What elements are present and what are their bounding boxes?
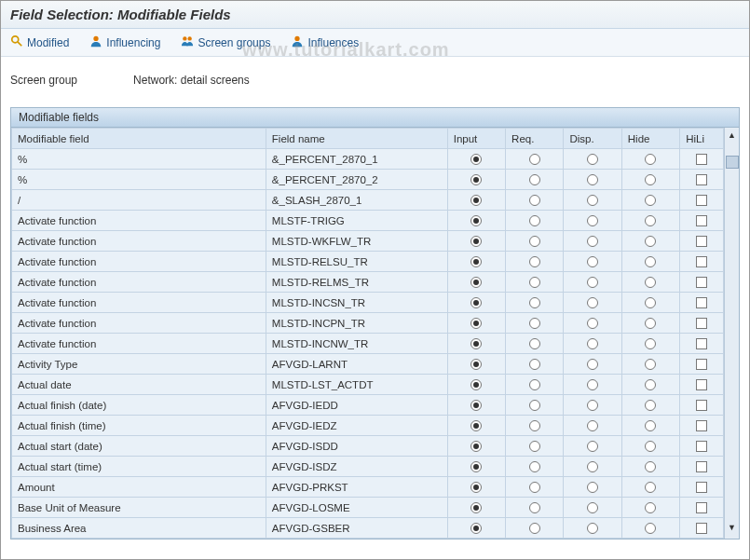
cell-disp[interactable] xyxy=(564,170,621,190)
checkbox-hili[interactable] xyxy=(696,318,707,329)
cell-hili[interactable] xyxy=(680,375,724,395)
cell-disp[interactable] xyxy=(564,518,621,539)
radio-hide[interactable] xyxy=(645,256,656,267)
radio-req[interactable] xyxy=(529,154,540,165)
cell-hili[interactable] xyxy=(680,293,724,313)
cell-hili[interactable] xyxy=(680,170,724,190)
radio-input[interactable] xyxy=(470,359,482,370)
scroll-up-icon[interactable]: ▲ xyxy=(726,130,739,143)
cell-input[interactable] xyxy=(447,436,505,457)
cell-req[interactable] xyxy=(506,518,564,539)
cell-req[interactable] xyxy=(506,252,564,272)
radio-hide[interactable] xyxy=(645,318,656,329)
radio-input[interactable] xyxy=(470,154,482,165)
radio-req[interactable] xyxy=(529,400,540,411)
checkbox-hili[interactable] xyxy=(696,502,707,513)
col-req[interactable]: Req. xyxy=(506,129,564,149)
cell-disp[interactable] xyxy=(564,272,621,293)
radio-input[interactable] xyxy=(470,379,482,390)
cell-hide[interactable] xyxy=(621,170,679,190)
cell-disp[interactable] xyxy=(564,190,621,211)
cell-req[interactable] xyxy=(506,211,564,231)
cell-req[interactable] xyxy=(506,354,564,375)
radio-req[interactable] xyxy=(529,297,540,308)
radio-req[interactable] xyxy=(529,215,540,226)
radio-input[interactable] xyxy=(470,174,482,185)
radio-disp[interactable] xyxy=(587,236,598,247)
radio-input[interactable] xyxy=(470,256,482,267)
modified-button[interactable]: Modified xyxy=(7,33,73,52)
checkbox-hili[interactable] xyxy=(696,379,707,390)
cell-hili[interactable] xyxy=(680,477,724,498)
cell-hide[interactable] xyxy=(621,231,679,252)
checkbox-hili[interactable] xyxy=(696,277,707,288)
cell-hide[interactable] xyxy=(621,313,679,334)
radio-input[interactable] xyxy=(470,215,482,226)
cell-hili[interactable] xyxy=(680,272,724,293)
radio-hide[interactable] xyxy=(645,195,656,206)
cell-req[interactable] xyxy=(506,457,564,477)
cell-input[interactable] xyxy=(447,518,505,539)
radio-hide[interactable] xyxy=(645,154,656,165)
radio-disp[interactable] xyxy=(587,338,598,349)
cell-input[interactable] xyxy=(447,395,505,416)
checkbox-hili[interactable] xyxy=(696,338,707,349)
radio-req[interactable] xyxy=(529,523,540,534)
cell-req[interactable] xyxy=(506,293,564,313)
cell-req[interactable] xyxy=(506,436,564,457)
checkbox-hili[interactable] xyxy=(696,420,707,431)
radio-input[interactable] xyxy=(470,420,482,431)
radio-disp[interactable] xyxy=(587,400,598,411)
checkbox-hili[interactable] xyxy=(696,195,707,206)
radio-req[interactable] xyxy=(529,236,540,247)
cell-req[interactable] xyxy=(506,416,564,436)
checkbox-hili[interactable] xyxy=(696,215,707,226)
vertical-scrollbar[interactable]: ▲ ▼ xyxy=(724,128,739,539)
influencing-button[interactable]: Influencing xyxy=(86,33,164,52)
cell-hide[interactable] xyxy=(621,375,679,395)
cell-req[interactable] xyxy=(506,190,564,211)
radio-input[interactable] xyxy=(470,318,482,329)
radio-req[interactable] xyxy=(529,502,540,513)
checkbox-hili[interactable] xyxy=(696,441,707,452)
cell-input[interactable] xyxy=(447,190,505,211)
cell-input[interactable] xyxy=(447,334,505,354)
cell-input[interactable] xyxy=(447,375,505,395)
radio-hide[interactable] xyxy=(645,461,656,472)
radio-hide[interactable] xyxy=(645,338,656,349)
radio-req[interactable] xyxy=(529,256,540,267)
radio-disp[interactable] xyxy=(587,379,598,390)
radio-disp[interactable] xyxy=(587,482,598,493)
col-input[interactable]: Input xyxy=(447,129,505,149)
cell-input[interactable] xyxy=(447,457,505,477)
col-modifiable-field[interactable]: Modifiable field xyxy=(12,129,266,149)
cell-hide[interactable] xyxy=(621,436,679,457)
cell-hili[interactable] xyxy=(680,149,724,170)
cell-input[interactable] xyxy=(447,149,505,170)
cell-req[interactable] xyxy=(506,149,564,170)
radio-input[interactable] xyxy=(470,461,482,472)
radio-disp[interactable] xyxy=(587,297,598,308)
cell-disp[interactable] xyxy=(564,375,621,395)
scroll-down-icon[interactable]: ▼ xyxy=(726,523,739,536)
radio-disp[interactable] xyxy=(587,195,598,206)
col-hide[interactable]: Hide xyxy=(621,129,679,149)
cell-hili[interactable] xyxy=(680,334,724,354)
radio-input[interactable] xyxy=(470,297,482,308)
radio-disp[interactable] xyxy=(587,523,598,534)
radio-input[interactable] xyxy=(470,502,482,513)
cell-disp[interactable] xyxy=(564,457,621,477)
cell-input[interactable] xyxy=(447,252,505,272)
radio-disp[interactable] xyxy=(587,154,598,165)
radio-hide[interactable] xyxy=(645,359,656,370)
cell-hide[interactable] xyxy=(621,190,679,211)
cell-hide[interactable] xyxy=(621,354,679,375)
radio-req[interactable] xyxy=(529,359,540,370)
radio-req[interactable] xyxy=(529,379,540,390)
cell-disp[interactable] xyxy=(564,436,621,457)
cell-hide[interactable] xyxy=(621,416,679,436)
cell-req[interactable] xyxy=(506,498,564,518)
radio-disp[interactable] xyxy=(587,502,598,513)
radio-disp[interactable] xyxy=(587,174,598,185)
radio-disp[interactable] xyxy=(587,256,598,267)
